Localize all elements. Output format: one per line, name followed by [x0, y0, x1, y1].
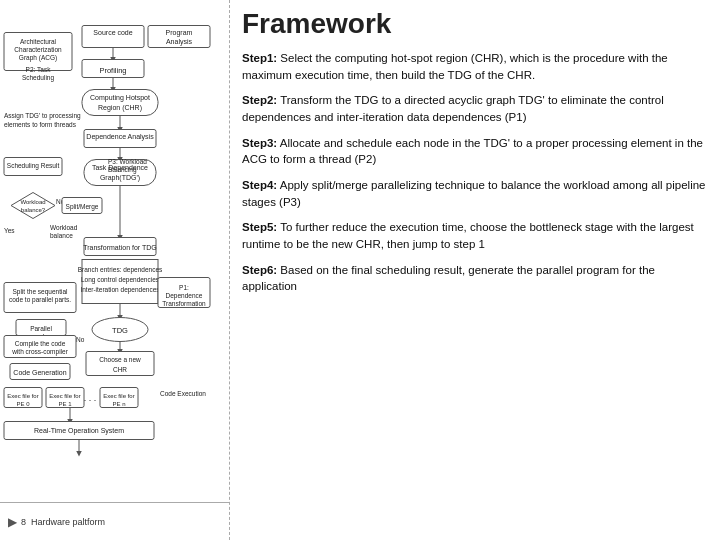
- step5-label: Step5:: [242, 221, 277, 233]
- diagram-area: Source code Program Analysis Profiling A…: [0, 0, 230, 540]
- page-title: Framework: [242, 8, 708, 40]
- svg-text:Graph(TDG'): Graph(TDG'): [100, 174, 140, 182]
- step3-label: Step3:: [242, 137, 277, 149]
- svg-text:Program: Program: [166, 29, 193, 37]
- svg-text:P1:: P1:: [179, 284, 189, 291]
- svg-text:Yes: Yes: [4, 227, 15, 234]
- svg-text:Inter-iteration dependences: Inter-iteration dependences: [80, 286, 160, 294]
- svg-text:balance?: balance?: [21, 207, 46, 213]
- step4-block: Step4: Apply split/merge parallelizing t…: [242, 177, 708, 210]
- svg-text:Choose a new: Choose a new: [99, 356, 141, 363]
- step6-text: Based on the final scheduling result, ge…: [242, 264, 655, 293]
- svg-text:Exec file for: Exec file for: [103, 393, 134, 399]
- svg-text:Dependence: Dependence: [166, 292, 203, 300]
- svg-text:Transformation: Transformation: [162, 300, 206, 307]
- flowchart-svg: Source code Program Analysis Profiling A…: [0, 0, 230, 540]
- svg-text:Analysis: Analysis: [166, 38, 193, 46]
- step4-label: Step4:: [242, 179, 277, 191]
- play-icon: ▶: [8, 515, 17, 529]
- svg-text:PE 0: PE 0: [16, 401, 30, 407]
- svg-text:No: No: [76, 336, 85, 343]
- step1-label: Step1:: [242, 52, 277, 64]
- bottom-bar: ▶ 8 Hardware paltform: [0, 502, 230, 540]
- svg-text:Architectural: Architectural: [20, 38, 57, 45]
- svg-text:P2: Task: P2: Task: [26, 66, 52, 73]
- step5-block: Step5: To further reduce the execution t…: [242, 219, 708, 252]
- svg-text:Long control dependencies: Long control dependencies: [81, 276, 160, 284]
- svg-text:Scheduling Result: Scheduling Result: [7, 162, 60, 170]
- step1-block: Step1: Select the computing hot-spot reg…: [242, 50, 708, 83]
- svg-text:Computing Hotspot: Computing Hotspot: [90, 94, 150, 102]
- svg-text:TDG: TDG: [112, 326, 128, 335]
- svg-text:code to parallel parts.: code to parallel parts.: [9, 296, 71, 304]
- svg-text:Exec file for: Exec file for: [49, 393, 80, 399]
- svg-text:elements to form threads: elements to form threads: [4, 121, 77, 128]
- svg-text:Compile the code: Compile the code: [15, 340, 66, 348]
- svg-text:Code Execution: Code Execution: [160, 390, 206, 397]
- svg-text:with cross-compiler: with cross-compiler: [11, 348, 68, 356]
- svg-text:Transformation for TDG: Transformation for TDG: [83, 244, 157, 251]
- svg-text:Region (CHR): Region (CHR): [98, 104, 142, 112]
- step5-text: To further reduce the execution time, ch…: [242, 221, 694, 250]
- svg-text:balance: balance: [50, 232, 73, 239]
- svg-text:Workload: Workload: [50, 224, 78, 231]
- svg-text:Profiling: Profiling: [99, 66, 126, 75]
- svg-text:Exec file for: Exec file for: [7, 393, 38, 399]
- text-area: Framework Step1: Select the computing ho…: [230, 0, 720, 540]
- svg-text:Workload: Workload: [20, 199, 45, 205]
- svg-text:CHR: CHR: [113, 366, 127, 373]
- step1-text: Select the computing hot-spot region (CH…: [242, 52, 668, 81]
- step2-label: Step2:: [242, 94, 277, 106]
- svg-text:Characterization: Characterization: [14, 46, 62, 53]
- step3-block: Step3: Allocate and schedule each node i…: [242, 135, 708, 168]
- svg-text:PE 1: PE 1: [58, 401, 72, 407]
- svg-text:PE n: PE n: [112, 401, 125, 407]
- svg-text:Parallel: Parallel: [30, 325, 52, 332]
- svg-text:Real-Time Operation System: Real-Time Operation System: [34, 427, 124, 435]
- svg-text:Branch entries: dependences: Branch entries: dependences: [78, 266, 163, 274]
- svg-text:. . .: . . .: [84, 393, 97, 403]
- step4-text: Apply split/merge parallelizing techniqu…: [242, 179, 705, 208]
- svg-text:Code Generation: Code Generation: [13, 369, 66, 376]
- svg-text:Scheduling: Scheduling: [22, 74, 55, 82]
- step6-block: Step6: Based on the final scheduling res…: [242, 262, 708, 295]
- step3-text: Allocate and schedule each node in the T…: [242, 137, 703, 166]
- svg-text:Assign TDG' to processing: Assign TDG' to processing: [4, 112, 81, 120]
- svg-marker-29: [11, 193, 55, 219]
- svg-text:Split the sequential: Split the sequential: [13, 288, 68, 296]
- hardware-label: Hardware paltform: [31, 517, 105, 527]
- step2-text: Transform the TDG to a directed acyclic …: [242, 94, 664, 123]
- svg-text:Source code: Source code: [93, 29, 132, 36]
- svg-text:Graph (ACG): Graph (ACG): [19, 54, 57, 62]
- step2-block: Step2: Transform the TDG to a directed a…: [242, 92, 708, 125]
- svg-text:P3: Workload: P3: Workload: [108, 158, 147, 165]
- svg-text:Split/Merge: Split/Merge: [66, 203, 99, 211]
- svg-text:Balancing: Balancing: [108, 166, 137, 174]
- page-number: 8: [21, 517, 26, 527]
- step6-label: Step6:: [242, 264, 277, 276]
- svg-text:Dependence Analysis: Dependence Analysis: [86, 133, 154, 141]
